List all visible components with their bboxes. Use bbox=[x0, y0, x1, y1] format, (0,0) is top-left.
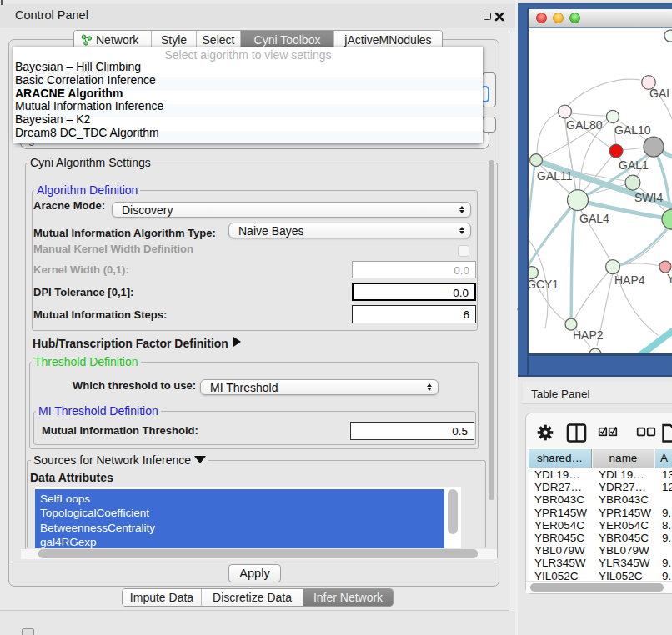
svg-text:SWI4: SWI4 bbox=[634, 191, 663, 204]
svg-text:GAL80: GAL80 bbox=[566, 118, 603, 132]
svg-text:HAP2: HAP2 bbox=[573, 328, 604, 342]
svg-text:Y: Y bbox=[667, 272, 672, 285]
svg-text:GAL1: GAL1 bbox=[619, 158, 649, 172]
svg-text:HAP4: HAP4 bbox=[614, 273, 645, 287]
svg-text:GCY1: GCY1 bbox=[529, 278, 559, 291]
svg-text:GAL4: GAL4 bbox=[579, 212, 609, 225]
svg-text:GAL11: GAL11 bbox=[537, 169, 573, 182]
svg-text:GAL10: GAL10 bbox=[614, 123, 651, 137]
svg-text:GAL2: GAL2 bbox=[649, 87, 672, 100]
